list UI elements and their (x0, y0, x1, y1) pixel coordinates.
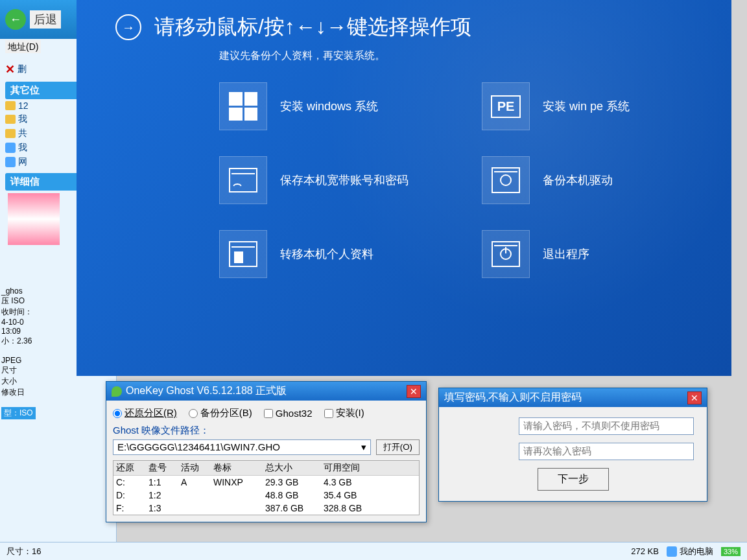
preview-thumbnail (8, 193, 60, 245)
tile-save-broadband[interactable]: 保存本机宽带账号和密码 (219, 156, 430, 204)
installer-subtitle: 建议先备份个人资料，再安装系统。 (219, 49, 693, 63)
tile-label: 安装 win pe 系统 (543, 99, 630, 114)
tile-install-windows[interactable]: 安装 windows 系统 (219, 82, 430, 130)
folder-icon (5, 101, 16, 110)
password-dialog: 填写密码,不输入则不启用密码 ✕ 下一步 (438, 388, 707, 502)
pe-icon: PE (482, 82, 530, 130)
next-button[interactable]: 下一步 (538, 468, 609, 491)
open-button[interactable]: 打开(O) (376, 439, 420, 455)
table-row[interactable]: F: 1:3 387.6 GB 328.8 GB (113, 502, 419, 515)
network-icon (5, 157, 16, 167)
computer-icon (667, 546, 677, 557)
pwd-body: 下一步 (439, 407, 707, 501)
windows-icon (219, 82, 267, 130)
computer-icon (5, 143, 16, 153)
tile-backup-drivers[interactable]: 备份本机驱动 (482, 156, 693, 204)
x-icon: ✕ (5, 62, 15, 76)
folder-icon (5, 115, 16, 124)
installer-header: → 请移动鼠标/按↑←↓→键选择操作项 (115, 13, 693, 41)
ghost-title-text: OneKey Ghost V6.5.12.188 正式版 (126, 384, 287, 398)
app-icon (112, 386, 122, 397)
power-icon (482, 230, 530, 278)
mode-row: 还原分区(R) 备份分区(B) Ghost32 安装(I) (113, 407, 420, 419)
close-button[interactable]: ✕ (687, 391, 702, 404)
status-size: 272 KB (631, 546, 659, 556)
back-label: 后退 (30, 10, 61, 29)
tile-transfer-data[interactable]: 转移本机个人资料 (219, 230, 430, 278)
pwd-titlebar[interactable]: 填写密码,不输入则不启用密码 ✕ (439, 388, 707, 407)
table-row[interactable]: D: 1:2 48.8 GB 35.4 GB (113, 489, 419, 502)
path-combo[interactable]: E:\GGGGGG\12346411\GWIN7.GHO▾ (113, 439, 371, 455)
installer-title: 请移动鼠标/按↑←↓→键选择操作项 (154, 13, 471, 41)
back-button[interactable]: ← (5, 9, 26, 30)
status-bar: 尺寸：16 272 KB 我的电脑 33% (0, 542, 747, 560)
path-label: Ghost 映像文件路径： (113, 425, 420, 437)
gear-icon (482, 156, 530, 204)
details-strip: _ghos 压 ISO 收时间： 4-10-0 13:09 小：2.36 JPE… (0, 285, 39, 421)
address-label: 地址(D) (5, 40, 41, 53)
pwd-title-text: 填写密码,不输入则不启用密码 (444, 391, 582, 404)
percent-badge: 33% (721, 547, 741, 556)
password-input-1[interactable] (519, 417, 694, 435)
close-button[interactable]: ✕ (407, 385, 421, 398)
folder-icon (5, 129, 16, 138)
status-size-label: 尺寸：16 (6, 546, 41, 557)
table-header: 还原 盘号 活动 卷标 总大小 可用空间 (113, 461, 419, 476)
broadband-icon (219, 156, 267, 204)
tile-label: 退出程序 (543, 246, 589, 262)
chevron-down-icon: ▾ (361, 441, 366, 453)
checkbox-ghost32[interactable]: Ghost32 (264, 408, 313, 419)
tile-label: 转移本机个人资料 (280, 246, 374, 262)
ghost-dialog: OneKey Ghost V6.5.12.188 正式版 ✕ 还原分区(R) 备… (106, 381, 427, 522)
table-row[interactable]: C: 1:1 A WINXP 29.3 GB 4.3 GB (113, 476, 419, 489)
partition-table: 还原 盘号 活动 卷标 总大小 可用空间 C: 1:1 A WINXP 29.3… (113, 460, 420, 515)
checkbox-install[interactable]: 安装(I) (324, 407, 364, 419)
tile-label: 备份本机驱动 (543, 172, 613, 188)
ghost-body: 还原分区(R) 备份分区(B) Ghost32 安装(I) Ghost 映像文件… (106, 401, 426, 522)
iso-badge: 型：ISO (1, 407, 36, 419)
tile-label: 保存本机宽带账号和密码 (280, 172, 409, 188)
tile-grid: 安装 windows 系统 PE 安装 win pe 系统 保存本机宽带账号和密… (219, 82, 693, 278)
path-row: E:\GGGGGG\12346411\GWIN7.GHO▾ 打开(O) (113, 439, 420, 455)
tile-install-winpe[interactable]: PE 安装 win pe 系统 (482, 82, 693, 130)
radio-backup[interactable]: 备份分区(B) (189, 407, 252, 419)
radio-restore[interactable]: 还原分区(R) (113, 407, 177, 419)
tile-exit[interactable]: 退出程序 (482, 230, 693, 278)
installer-panel: → 请移动鼠标/按↑←↓→键选择操作项 建议先备份个人资料，再安装系统。 安装 … (77, 0, 731, 376)
password-input-2[interactable] (519, 443, 694, 460)
document-icon (219, 230, 267, 278)
status-computer: 我的电脑 (680, 546, 713, 557)
ghost-titlebar[interactable]: OneKey Ghost V6.5.12.188 正式版 ✕ (106, 382, 426, 401)
arrow-right-icon: → (115, 14, 141, 40)
tile-label: 安装 windows 系统 (280, 99, 378, 114)
